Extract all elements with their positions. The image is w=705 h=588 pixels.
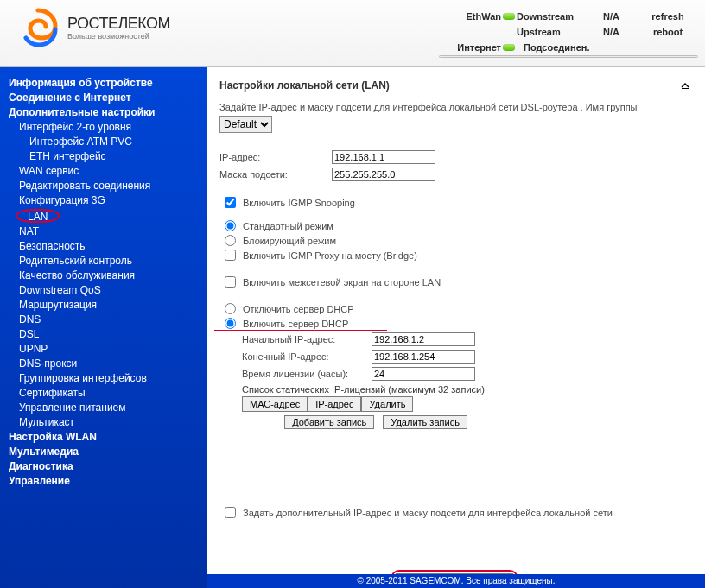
col-delete-button[interactable]: Удалить xyxy=(361,396,413,412)
sidebar-item-5[interactable]: ETH интерфейс xyxy=(0,149,207,164)
mode-blocking-label: Блокирующий режим xyxy=(243,236,336,246)
col-mac-button[interactable]: МАС-адрес xyxy=(242,396,308,412)
dhcp-start-label: Начальный IP-адрес: xyxy=(242,334,372,345)
dhcp-on-label: Включить сервер DHCP xyxy=(243,319,348,329)
mode-standard-radio[interactable] xyxy=(225,220,236,231)
reboot-button[interactable]: reboot xyxy=(638,26,698,38)
internet-label: Интернет xyxy=(446,42,501,53)
sidebar-item-24[interactable]: Настройка WLAN xyxy=(0,430,207,445)
sidebar-item-12[interactable]: Родительский контроль xyxy=(0,254,207,269)
mode-blocking-radio[interactable] xyxy=(225,235,236,246)
sidebar-item-18[interactable]: UPNP xyxy=(0,342,207,357)
logo-swirl-icon xyxy=(17,7,59,48)
lease-input[interactable] xyxy=(372,367,475,381)
sidebar-item-22[interactable]: Управление питанием xyxy=(0,401,207,415)
led-green-icon xyxy=(503,44,515,51)
collapse-icon[interactable] xyxy=(681,81,689,90)
upstream-value: N/A xyxy=(603,27,638,37)
sidebar: Информация об устройствеСоединение с Инт… xyxy=(0,67,207,588)
downstream-value: N/A xyxy=(603,11,638,22)
secondary-ip-label: Задать дополнительный IP-адрес и маску п… xyxy=(243,508,613,518)
sidebar-item-17[interactable]: DSL xyxy=(0,327,207,342)
sidebar-item-25[interactable]: Мультимедиа xyxy=(0,445,207,459)
sidebar-item-2[interactable]: Дополнительные настройки xyxy=(0,105,207,120)
status-panel: EthWan Downstream N/A refresh Upstream N… xyxy=(446,9,698,55)
sidebar-item-19[interactable]: DNS-прокси xyxy=(0,357,207,371)
brand-name: РОСТЕЛЕКОМ xyxy=(67,16,170,31)
mask-label: Маска подсети: xyxy=(219,169,332,180)
sidebar-item-9[interactable]: LAN xyxy=(0,208,207,224)
igmp-snooping-label: Включить IGMP Snooping xyxy=(243,198,355,208)
igmp-proxy-checkbox[interactable] xyxy=(225,250,236,261)
sidebar-item-11[interactable]: Безопасность xyxy=(0,239,207,254)
sidebar-item-8[interactable]: Конфигурация 3G xyxy=(0,193,207,208)
ethwan-label: EthWan xyxy=(446,11,501,22)
page-title: Настройки локальной сети (LAN) xyxy=(219,79,390,92)
ip-label: IP-адрес: xyxy=(219,152,332,162)
main-content: Настройки локальной сети (LAN) Задайте I… xyxy=(207,67,705,588)
dhcp-off-radio[interactable] xyxy=(225,303,236,314)
lease-label: Время лицензии (часы): xyxy=(242,369,372,379)
dhcp-off-label: Отключить сервер DHCP xyxy=(243,304,354,314)
sidebar-item-27[interactable]: Управление xyxy=(0,474,207,489)
mode-standard-label: Стандартный режим xyxy=(243,221,333,231)
ip-address-input[interactable] xyxy=(332,150,435,164)
sidebar-item-10[interactable]: NAT xyxy=(0,224,207,239)
lan-firewall-checkbox[interactable] xyxy=(225,276,236,288)
header: РОСТЕЛЕКОМ Больше возможностей EthWan Do… xyxy=(0,0,705,67)
static-list-label: Список статических IP-лицензий (максимум… xyxy=(242,384,485,395)
dhcp-end-input[interactable] xyxy=(372,350,475,364)
igmp-proxy-label: Включить IGMP Proxy на мосту (Bridge) xyxy=(243,250,417,261)
footer: © 2005-2011 SAGEMCOM. Все права защищены… xyxy=(207,574,705,588)
dhcp-on-radio[interactable] xyxy=(225,318,236,329)
sidebar-item-4[interactable]: Интерфейс ATM PVC xyxy=(0,135,207,149)
sidebar-item-0[interactable]: Информация об устройстве xyxy=(0,76,207,91)
led-green-icon xyxy=(503,13,515,20)
sidebar-item-14[interactable]: Downstream QoS xyxy=(0,283,207,298)
sidebar-item-21[interactable]: Сертификаты xyxy=(0,386,207,401)
col-ip-button[interactable]: IP-адрес xyxy=(308,396,361,412)
sidebar-item-20[interactable]: Группировка интерфейсов xyxy=(0,371,207,386)
group-select[interactable]: Default xyxy=(219,116,272,133)
add-entry-button[interactable]: Добавить запись xyxy=(284,415,374,429)
sidebar-item-15[interactable]: Маршрутизация xyxy=(0,298,207,313)
dhcp-end-label: Конечный IP-адрес: xyxy=(242,351,372,362)
sidebar-item-13[interactable]: Качество обслуживания xyxy=(0,269,207,283)
delete-entry-button[interactable]: Удалить запись xyxy=(383,415,467,429)
upstream-label: Upstream xyxy=(517,27,603,37)
sidebar-item-7[interactable]: Редактировать соединения xyxy=(0,179,207,193)
sidebar-item-26[interactable]: Диагностика xyxy=(0,459,207,474)
dhcp-start-input[interactable] xyxy=(372,332,475,346)
subnet-mask-input[interactable] xyxy=(332,168,435,181)
logo: РОСТЕЛЕКОМ Больше возможностей xyxy=(17,7,170,48)
sidebar-item-23[interactable]: Мультикаст xyxy=(0,415,207,430)
divider xyxy=(439,55,698,58)
igmp-snooping-checkbox[interactable] xyxy=(225,197,236,208)
refresh-button[interactable]: refresh xyxy=(638,10,698,22)
sidebar-item-3[interactable]: Интерфейс 2-го уровня xyxy=(0,120,207,135)
page-description: Задайте IP-адрес и маску подсети для инт… xyxy=(219,102,689,112)
sidebar-item-6[interactable]: WAN сервис xyxy=(0,164,207,179)
lan-firewall-label: Включить межсетевой экран на стороне LAN xyxy=(243,277,441,288)
sidebar-item-16[interactable]: DNS xyxy=(0,313,207,327)
secondary-ip-checkbox[interactable] xyxy=(225,507,236,518)
svg-rect-0 xyxy=(682,88,689,89)
dhcp-settings: Начальный IP-адрес: Конечный IP-адрес: В… xyxy=(242,332,689,429)
sidebar-item-1[interactable]: Соединение с Интернет xyxy=(0,91,207,105)
connected-label: Подсоединен. xyxy=(517,42,698,53)
brand-tagline: Больше возможностей xyxy=(67,33,170,41)
downstream-label: Downstream xyxy=(517,11,603,22)
